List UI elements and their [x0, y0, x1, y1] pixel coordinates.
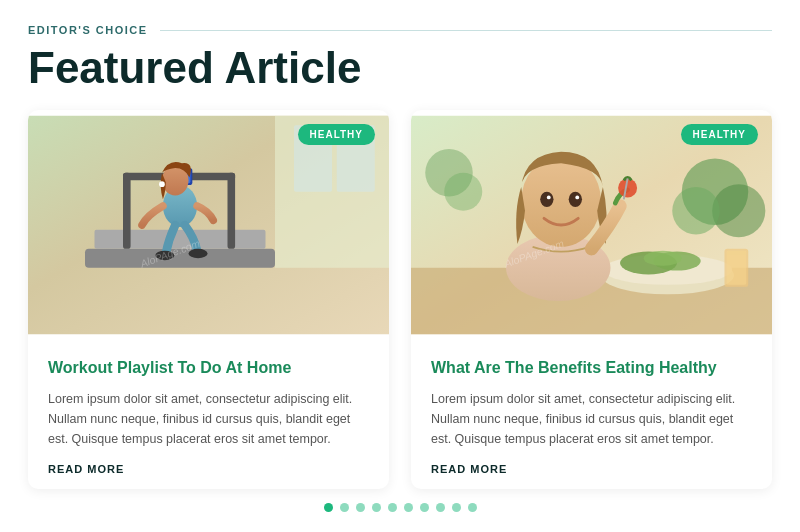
svg-rect-30: [726, 251, 746, 285]
editors-choice-label: EDITOR'S CHOICE: [28, 24, 148, 36]
card-food-read-more[interactable]: READ MORE: [431, 463, 752, 475]
svg-rect-6: [123, 173, 131, 249]
cards-container: AloPAge.com HEALTHY Workout Playlist To …: [28, 110, 772, 489]
dot-1[interactable]: [324, 503, 333, 512]
svg-rect-7: [228, 173, 236, 249]
dot-7[interactable]: [420, 503, 429, 512]
article-card-food: AloPAge.com HEALTHY What Are The Benefit…: [411, 110, 772, 489]
dot-4[interactable]: [372, 503, 381, 512]
pagination-dots: [28, 503, 772, 516]
svg-point-28: [644, 251, 682, 266]
svg-point-36: [575, 196, 579, 200]
svg-point-20: [672, 187, 720, 235]
card-food-badge: HEALTHY: [681, 124, 758, 145]
article-card-gym: AloPAge.com HEALTHY Workout Playlist To …: [28, 110, 389, 489]
svg-point-34: [569, 192, 582, 207]
dot-9[interactable]: [452, 503, 461, 512]
card-food-excerpt: Lorem ipsum dolor sit amet, consectetur …: [431, 389, 752, 449]
svg-point-15: [159, 182, 165, 188]
card-gym-title: Workout Playlist To Do At Home: [48, 358, 369, 379]
page-title: Featured Article: [28, 44, 772, 92]
dot-6[interactable]: [404, 503, 413, 512]
dot-5[interactable]: [388, 503, 397, 512]
svg-point-33: [540, 192, 553, 207]
card-gym-badge: HEALTHY: [298, 124, 375, 145]
svg-point-22: [444, 173, 482, 211]
dot-10[interactable]: [468, 503, 477, 512]
card-image-wrapper-gym: AloPAge.com HEALTHY: [28, 110, 389, 340]
dot-2[interactable]: [340, 503, 349, 512]
card-gym-read-more[interactable]: READ MORE: [48, 463, 369, 475]
editors-choice-section: EDITOR'S CHOICE: [28, 24, 772, 36]
svg-point-19: [712, 185, 765, 238]
card-gym-body: Workout Playlist To Do At Home Lorem ips…: [28, 340, 389, 489]
card-image-wrapper-food: AloPAge.com HEALTHY: [411, 110, 772, 340]
card-gym-excerpt: Lorem ipsum dolor sit amet, consectetur …: [48, 389, 369, 449]
dot-8[interactable]: [436, 503, 445, 512]
card-food-body: What Are The Benefits Eating Healthy Lor…: [411, 340, 772, 489]
editors-choice-divider: [160, 30, 772, 31]
svg-point-35: [547, 196, 551, 200]
card-food-title: What Are The Benefits Eating Healthy: [431, 358, 752, 379]
dot-3[interactable]: [356, 503, 365, 512]
